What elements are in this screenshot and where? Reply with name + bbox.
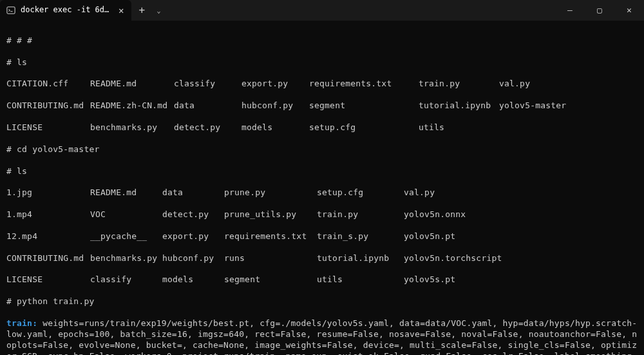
new-tab-button[interactable]: + bbox=[131, 4, 152, 17]
titlebar: docker exec -it 6d4db9b8d7a ✕ + ⌄ — ▢ ✕ bbox=[0, 0, 644, 21]
tab-dropdown-icon[interactable]: ⌄ bbox=[152, 6, 165, 15]
tab-close-icon[interactable]: ✕ bbox=[116, 5, 126, 16]
prompt-line: # python train.py bbox=[6, 296, 638, 307]
prompt-line: # cd yolov5-master bbox=[6, 144, 638, 155]
terminal-tab[interactable]: docker exec -it 6d4db9b8d7a ✕ bbox=[0, 0, 131, 21]
train-config: train: weights=runs/train/exp19/weights/… bbox=[6, 318, 638, 355]
ls-row: CITATION.cffREADME.mdclassifyexport.pyre… bbox=[6, 79, 638, 90]
prompt-line: # ls bbox=[6, 166, 638, 177]
ls-row: LICENSEbenchmarks.pydetect.pymodelssetup… bbox=[6, 122, 638, 133]
terminal-icon bbox=[6, 6, 15, 15]
ls-row: LICENSEclassifymodelssegmentutilsyolov5s… bbox=[6, 274, 638, 285]
ls-row: 1.mp4VOCdetect.pyprune_utils.pytrain.pyy… bbox=[6, 209, 638, 220]
train-label: train: bbox=[6, 318, 37, 328]
prompt-line: # ls bbox=[6, 57, 638, 68]
svg-rect-0 bbox=[7, 7, 15, 14]
ls-row: CONTRIBUTING.mdbenchmarks.pyhubconf.pyru… bbox=[6, 253, 638, 264]
prompt-line: # # # bbox=[6, 35, 638, 46]
terminal-output[interactable]: # # # # ls CITATION.cffREADME.mdclassify… bbox=[0, 21, 644, 355]
window-controls: — ▢ ✕ bbox=[555, 0, 644, 21]
tab-title: docker exec -it 6d4db9b8d7a bbox=[21, 5, 111, 15]
ls-row: 12.mp4__pycache__export.pyrequirements.t… bbox=[6, 231, 638, 242]
ls-row: CONTRIBUTING.mdREADME.zh-CN.mddatahubcon… bbox=[6, 101, 638, 111]
ls-row: 1.jpgREADME.mddataprune.pysetup.cfgval.p… bbox=[6, 187, 638, 198]
minimize-button[interactable]: — bbox=[555, 0, 585, 21]
close-button[interactable]: ✕ bbox=[614, 0, 644, 21]
maximize-button[interactable]: ▢ bbox=[585, 0, 614, 21]
